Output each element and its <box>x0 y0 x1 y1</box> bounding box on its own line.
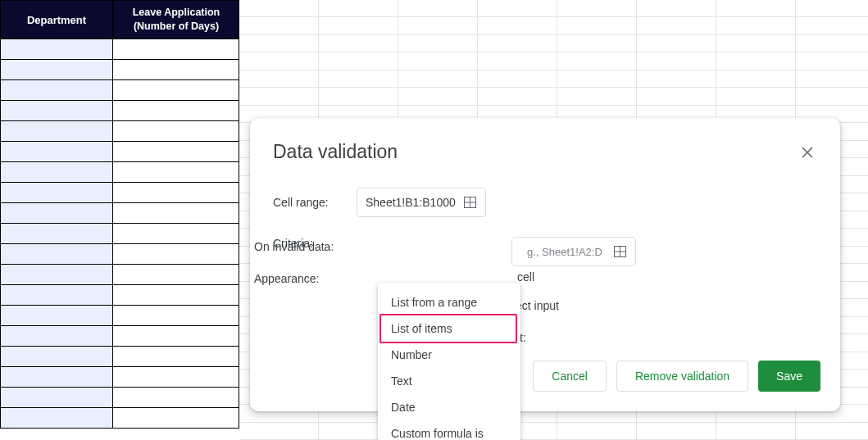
cell-department[interactable] <box>0 39 113 60</box>
empty-cell[interactable] <box>478 35 557 52</box>
cell-leave-days[interactable] <box>113 285 239 306</box>
empty-cell[interactable] <box>319 35 398 52</box>
save-button[interactable]: Save <box>758 361 820 392</box>
cell-department[interactable] <box>0 80 113 101</box>
cell-leave-days[interactable] <box>113 121 239 142</box>
empty-cell[interactable] <box>796 88 868 105</box>
cell-leave-days[interactable] <box>113 265 239 285</box>
cell-range-input[interactable]: Sheet1!B1:B1000 <box>357 188 486 217</box>
cell-department[interactable] <box>0 203 113 224</box>
header-leave-application[interactable]: Leave Application (Number of Days) <box>113 0 239 39</box>
empty-cell[interactable] <box>637 35 716 52</box>
empty-cell[interactable] <box>239 52 319 70</box>
cell-department[interactable] <box>0 285 113 306</box>
empty-cell[interactable] <box>319 0 398 17</box>
cell-department[interactable] <box>0 265 113 285</box>
cell-leave-days[interactable] <box>113 142 239 162</box>
cell-department[interactable] <box>0 224 113 244</box>
empty-cell[interactable] <box>398 17 478 34</box>
empty-cell[interactable] <box>557 70 637 88</box>
cell-department[interactable] <box>0 306 113 326</box>
dropdown-item-custom-formula[interactable]: Custom formula is <box>378 420 520 440</box>
close-icon[interactable] <box>798 143 817 162</box>
dropdown-item-number[interactable]: Number <box>378 342 520 368</box>
empty-cell[interactable] <box>478 70 557 88</box>
empty-cell[interactable] <box>637 0 716 17</box>
empty-cell[interactable] <box>239 35 319 52</box>
empty-cell[interactable] <box>557 17 637 34</box>
cell-department[interactable] <box>0 60 113 80</box>
cell-department[interactable] <box>0 388 113 408</box>
empty-cell[interactable] <box>239 70 319 88</box>
empty-cell[interactable] <box>478 88 557 105</box>
empty-cell[interactable] <box>716 70 796 88</box>
empty-cell[interactable] <box>319 88 398 105</box>
cell-leave-days[interactable] <box>113 408 239 429</box>
cell-department[interactable] <box>0 162 113 183</box>
cell-department[interactable] <box>0 183 113 203</box>
cell-leave-days[interactable] <box>113 367 239 388</box>
empty-cell[interactable] <box>398 52 478 70</box>
cell-department[interactable] <box>0 347 113 367</box>
empty-cell[interactable] <box>239 423 319 440</box>
grid-selector-icon[interactable] <box>464 196 477 209</box>
empty-cell[interactable] <box>637 88 716 105</box>
remove-validation-button[interactable]: Remove validation <box>616 361 748 392</box>
cell-leave-days[interactable] <box>113 203 239 224</box>
empty-cell[interactable] <box>796 35 868 52</box>
cell-leave-days[interactable] <box>113 388 239 408</box>
dropdown-item-list-range[interactable]: List from a range <box>378 289 520 315</box>
cell-leave-days[interactable] <box>113 39 239 60</box>
cell-leave-days[interactable] <box>113 183 239 203</box>
empty-cell[interactable] <box>557 0 637 17</box>
cell-leave-days[interactable] <box>113 162 239 183</box>
empty-cell[interactable] <box>239 88 319 105</box>
header-department[interactable]: Department <box>0 0 113 39</box>
dropdown-item-date[interactable]: Date <box>378 394 520 420</box>
cell-department[interactable] <box>0 244 113 265</box>
cell-leave-days[interactable] <box>113 60 239 80</box>
empty-cell[interactable] <box>796 70 868 88</box>
cell-leave-days[interactable] <box>113 306 239 326</box>
cell-leave-days[interactable] <box>113 80 239 101</box>
empty-cell[interactable] <box>637 423 716 440</box>
empty-cell[interactable] <box>398 0 478 17</box>
empty-cell[interactable] <box>716 52 796 70</box>
cell-leave-days[interactable] <box>113 244 239 265</box>
cell-department[interactable] <box>0 142 113 162</box>
cell-leave-days[interactable] <box>113 347 239 367</box>
empty-cell[interactable] <box>637 17 716 34</box>
empty-cell[interactable] <box>796 52 868 70</box>
empty-cell[interactable] <box>398 35 478 52</box>
empty-cell[interactable] <box>716 423 796 440</box>
empty-cell[interactable] <box>716 0 796 17</box>
empty-cell[interactable] <box>319 70 398 88</box>
empty-cell[interactable] <box>239 17 319 34</box>
cell-department[interactable] <box>0 367 113 388</box>
cell-department[interactable] <box>0 326 113 347</box>
empty-cell[interactable] <box>716 17 796 34</box>
empty-cell[interactable] <box>319 17 398 34</box>
cell-leave-days[interactable] <box>113 101 239 121</box>
empty-cell[interactable] <box>716 35 796 52</box>
cancel-button[interactable]: Cancel <box>533 361 607 392</box>
empty-cell[interactable] <box>478 17 557 34</box>
empty-cell[interactable] <box>796 0 868 17</box>
empty-cell[interactable] <box>239 0 319 17</box>
empty-cell[interactable] <box>478 0 557 17</box>
empty-cell[interactable] <box>637 52 716 70</box>
cell-leave-days[interactable] <box>113 224 239 244</box>
empty-cell[interactable] <box>796 17 868 34</box>
grid-selector-icon[interactable] <box>614 245 627 258</box>
empty-cell[interactable] <box>557 88 637 105</box>
empty-cell[interactable] <box>398 70 478 88</box>
empty-cell[interactable] <box>478 52 557 70</box>
empty-cell[interactable] <box>796 423 868 440</box>
empty-cell[interactable] <box>637 70 716 88</box>
empty-cell[interactable] <box>319 52 398 70</box>
empty-cell[interactable] <box>557 35 637 52</box>
empty-cell[interactable] <box>557 423 637 440</box>
dropdown-item-text[interactable]: Text <box>378 368 520 394</box>
empty-cell[interactable] <box>716 88 796 105</box>
criteria-range-input[interactable]: g., Sheet1!A2:D <box>511 237 636 266</box>
